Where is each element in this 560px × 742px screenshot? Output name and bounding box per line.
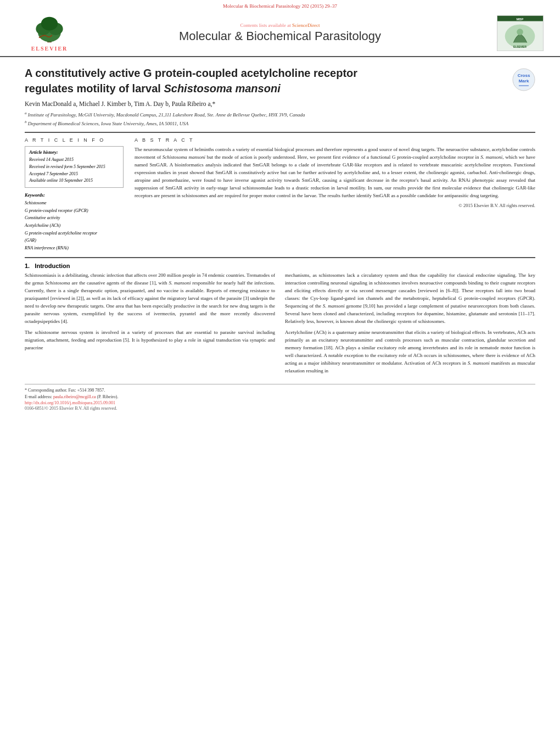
email-label: E-mail address: [25, 394, 52, 399]
article-dates: Received 14 August 2015 Received in revi… [29, 157, 119, 185]
svg-point-10 [517, 29, 523, 35]
authors-text: Kevin MacDonald a, Michael J. Kimber b, … [25, 101, 215, 107]
keyword-5: G protein-coupled acetylcholine receptor [25, 230, 124, 237]
email-note: E-mail address: paula.ribeiro@mcgill.ca … [25, 394, 535, 400]
section-title: 1. Introduction [25, 263, 535, 269]
revised-date: Received in revised form 5 September 201… [29, 164, 119, 171]
journal-header-center: Contents lists available at ScienceDirec… [82, 23, 478, 43]
science-direct-prefix: Contents lists available at [240, 23, 291, 28]
mbp-logo-image: MBP ELSEVIER [497, 15, 544, 51]
issn-text: 0166-6851/© 2015 Elsevier B.V. All right… [25, 406, 117, 411]
abstract-column: A B S T R A C T The neuromuscular system… [135, 137, 535, 252]
affiliation-b: b Department of Biomedical Sciences, Iow… [25, 119, 535, 128]
article-title-line1: A constitutively active G protein-couple… [25, 67, 357, 79]
keywords-list: Schistosome G protein-coupled receptor (… [25, 199, 124, 252]
article-info-heading: A R T I C L E I N F O [25, 137, 124, 143]
svg-text:Mark: Mark [519, 79, 529, 83]
keyword-4: Acetylcholine (ACh) [25, 222, 124, 230]
received-date: Received 14 August 2015 [29, 157, 119, 164]
article-title-section: A constitutively active G protein-couple… [25, 65, 535, 96]
available-date: Available online 10 September 2015 [29, 177, 119, 185]
science-direct-link: Contents lists available at ScienceDirec… [82, 23, 478, 28]
section-number: 1. [25, 263, 30, 269]
article-content: A constitutively active G protein-couple… [0, 57, 560, 419]
article-title-italic: Schistosoma mansoni [164, 82, 280, 94]
keyword-3: Constitutive activity [25, 214, 124, 222]
elsevier-logo-section: ELSEVIER [16, 14, 82, 52]
article-info-abstract-section: A R T I C L E I N F O Article history: R… [25, 137, 535, 252]
svg-text:ELSEVIER: ELSEVIER [513, 46, 527, 48]
intro-para-4: Acetylcholine (ACh) is a quaternary amin… [285, 329, 535, 375]
keywords-label: Keywords: [25, 192, 124, 198]
article-title: A constitutively active G protein-couple… [25, 65, 512, 96]
journal-logo-right: MBP ELSEVIER [478, 15, 544, 51]
email-link[interactable]: paula.ribeiro@mcgill.ca [53, 394, 96, 399]
keyword-2: G protein-coupled receptor (GPCR) [25, 207, 124, 215]
intro-para-1: Schistosomiasis is a debilitating, chron… [25, 272, 275, 326]
doi-text: http://dx.doi.org/10.1016/j.molbiopara.2… [25, 400, 115, 405]
journal-citation-text: Molecular & Biochemical Parasitology 202… [223, 3, 337, 9]
email-suffix: (P. Ribeiro). [97, 394, 119, 399]
abstract-body-divider [25, 257, 535, 258]
body-two-col: Schistosomiasis is a debilitating, chron… [25, 272, 535, 378]
journal-title: Molecular & Biochemical Parasitology [82, 29, 478, 43]
corresponding-star: * Corresponding author. Fax: +514 398 78… [25, 388, 105, 393]
article-info-column: A R T I C L E I N F O Article history: R… [25, 137, 124, 252]
intro-para-2: The schistosome nervous system is involv… [25, 329, 275, 352]
elsevier-text: ELSEVIER [31, 46, 68, 52]
affiliation-a-text: Institute of Parasitology, McGill Univer… [28, 112, 305, 118]
body-left-col: Schistosomiasis is a debilitating, chron… [25, 272, 275, 378]
accepted-date: Accepted 7 September 2015 [29, 171, 119, 178]
footnotes-section: * Corresponding author. Fax: +514 398 78… [25, 384, 535, 411]
corresponding-author-note: * Corresponding author. Fax: +514 398 78… [25, 387, 535, 394]
article-title-line2: regulates motility of larval [25, 82, 164, 94]
introduction-section: 1. Introduction Schistosomiasis is a deb… [25, 263, 535, 378]
section-name: Introduction [35, 263, 70, 269]
intro-para-3: mechanisms, as schistosomes lack a circu… [285, 272, 535, 326]
svg-text:Cross: Cross [518, 73, 530, 78]
header-divider [25, 132, 535, 133]
doi-line: http://dx.doi.org/10.1016/j.molbiopara.2… [25, 400, 535, 405]
body-right-col: mechanisms, as schistosomes lack a circu… [285, 272, 535, 378]
mbp-cover-icon: MBP ELSEVIER [497, 15, 543, 51]
copyright-line: © 2015 Elsevier B.V. All rights reserved… [135, 203, 535, 208]
keyword-1: Schistosome [25, 199, 124, 207]
crossmark-logo: Cross Mark [512, 68, 535, 91]
svg-point-5 [41, 17, 58, 31]
keyword-5b: (GAR) [25, 237, 124, 244]
abstract-heading: A B S T R A C T [135, 137, 535, 143]
journal-citation-banner: Molecular & Biochemical Parasitology 202… [0, 0, 560, 10]
affiliation-b-text: Department of Biomedical Sciences, Iowa … [28, 121, 188, 126]
article-history-label: Article history: [29, 149, 119, 155]
keyword-6: RNA interference (RNAi) [25, 244, 124, 252]
affiliation-a: a Institute of Parasitology, McGill Univ… [25, 110, 535, 119]
science-direct-name: ScienceDirect [292, 23, 320, 28]
elsevier-tree-icon [27, 14, 71, 44]
page: Molecular & Biochemical Parasitology 202… [0, 0, 560, 742]
authors: Kevin MacDonald a, Michael J. Kimber b, … [25, 101, 535, 107]
article-history-box: Article history: Received 14 August 2015… [25, 146, 124, 188]
abstract-text: The neuromuscular system of helminths co… [135, 146, 535, 200]
journal-header: ELSEVIER Contents lists available at Sci… [0, 10, 560, 57]
elsevier-logo: ELSEVIER [16, 14, 82, 52]
affiliations: a Institute of Parasitology, McGill Univ… [25, 110, 535, 127]
keywords-box: Keywords: Schistosome G protein-coupled … [25, 192, 124, 252]
svg-text:MBP: MBP [517, 17, 524, 20]
crossmark-icon: Cross Mark [512, 68, 535, 91]
issn-line: 0166-6851/© 2015 Elsevier B.V. All right… [25, 406, 535, 411]
